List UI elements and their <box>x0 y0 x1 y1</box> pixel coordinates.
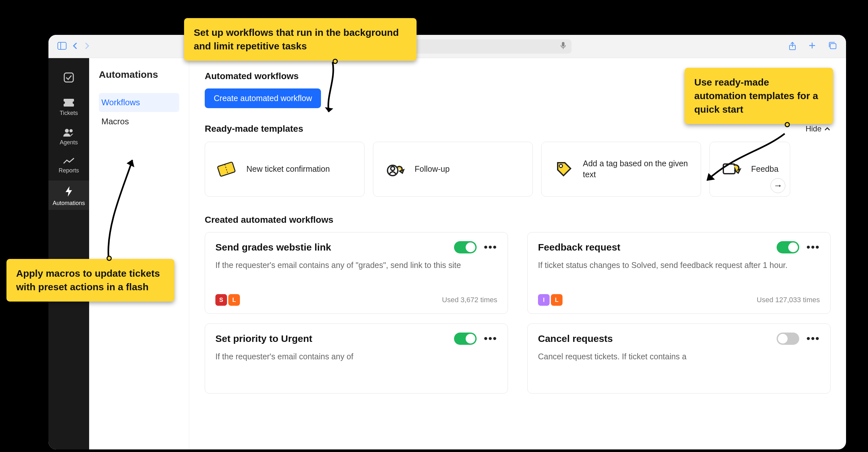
rail-item-automations[interactable]: Automations <box>49 181 89 210</box>
hide-templates-toggle[interactable]: Hide <box>806 124 831 133</box>
tag-icon <box>551 158 575 181</box>
forward-icon[interactable] <box>84 42 90 51</box>
callout-macros: Apply macros to update tickets with pres… <box>6 259 175 301</box>
workflow-avatars: S L <box>215 294 240 306</box>
svg-point-15 <box>391 167 395 170</box>
back-icon[interactable] <box>72 42 78 51</box>
svg-rect-2 <box>562 42 564 46</box>
template-follow-up[interactable]: Follow-up <box>373 142 533 197</box>
workflow-more-icon[interactable]: ••• <box>484 332 497 345</box>
callout-arrow <box>103 151 168 260</box>
workflow-toggle[interactable] <box>454 332 476 345</box>
workflow-desc: If the requester's email contains any of… <box>215 259 497 282</box>
avatar: L <box>228 294 240 306</box>
callout-templates: Use ready-made automation templates for … <box>685 68 833 124</box>
rail-item-inbox[interactable] <box>49 66 89 90</box>
nav-rail: Tickets Agents Reports Automations <box>49 58 89 449</box>
workflow-card[interactable]: Cancel requests ••• Cancel request ticke… <box>527 323 831 393</box>
workflow-desc: If the requester's email contains any of <box>215 351 497 373</box>
callout-workflows: Set up workflows that run in the backgro… <box>184 18 416 61</box>
workflow-toggle[interactable] <box>454 241 476 253</box>
sidebar-toggle-icon[interactable] <box>58 42 66 51</box>
workflow-card[interactable]: Feedback request ••• If ticket status ch… <box>527 232 831 314</box>
svg-rect-8 <box>64 73 73 82</box>
workflow-more-icon[interactable]: ••• <box>806 241 820 253</box>
svg-point-16 <box>559 164 562 167</box>
rail-item-reports[interactable]: Reports <box>49 152 89 177</box>
workflow-title: Send grades webstie link <box>215 242 331 253</box>
workflow-title: Feedback request <box>538 242 620 253</box>
callout-arrow <box>323 60 362 118</box>
svg-rect-7 <box>830 43 836 49</box>
workflow-card[interactable]: Set priority to Urgent ••• If the reques… <box>205 323 508 393</box>
workflow-card[interactable]: Send grades webstie link ••• If the requ… <box>205 232 508 314</box>
workflow-toggle[interactable] <box>777 241 799 253</box>
tabs-icon[interactable] <box>828 41 837 52</box>
heading-created-workflows: Created automated workflows <box>205 215 831 225</box>
workflow-toggle[interactable] <box>777 332 799 345</box>
avatar: S <box>215 294 227 306</box>
share-icon[interactable] <box>788 41 796 52</box>
template-new-ticket-confirmation[interactable]: New ticket confirmation <box>205 142 365 197</box>
workflows-grid: Send grades webstie link ••• If the requ… <box>205 232 831 393</box>
workflow-avatars: I L <box>538 294 562 306</box>
subnav-title: Automations <box>99 69 179 80</box>
avatar: L <box>551 294 562 306</box>
workflow-desc: If ticket status changes to Solved, send… <box>538 259 820 282</box>
rail-item-tickets[interactable]: Tickets <box>49 93 89 120</box>
subnav-item-workflows[interactable]: Workflows <box>99 93 179 112</box>
template-add-tag[interactable]: Add a tag based on the given text <box>541 142 701 197</box>
svg-marker-11 <box>66 186 72 197</box>
mic-icon[interactable] <box>560 41 566 52</box>
svg-marker-18 <box>325 107 333 112</box>
create-workflow-button[interactable]: Create automated workflow <box>205 89 321 108</box>
workflow-title: Set priority to Urgent <box>215 333 312 344</box>
heading-templates: Ready-made templates <box>205 124 303 134</box>
workflow-usage: Used 3,672 times <box>442 296 497 304</box>
browser-chrome: .helpdesk.com <box>49 35 846 58</box>
workflow-more-icon[interactable]: ••• <box>806 332 820 345</box>
workflow-title: Cancel requests <box>538 333 613 344</box>
workflow-desc: Cancel request tickets. If ticket contai… <box>538 351 820 373</box>
chevron-up-icon <box>824 127 831 131</box>
svg-point-9 <box>65 129 69 133</box>
callout-arrow <box>698 132 795 196</box>
rail-item-agents[interactable]: Agents <box>49 123 89 149</box>
workflow-more-icon[interactable]: ••• <box>484 241 497 253</box>
tickets-icon <box>215 158 238 181</box>
followup-icon <box>383 158 406 181</box>
avatar: I <box>538 294 550 306</box>
svg-point-10 <box>69 129 73 132</box>
svg-rect-0 <box>58 42 66 50</box>
new-tab-icon[interactable] <box>808 41 816 52</box>
subnav-item-macros[interactable]: Macros <box>99 112 179 131</box>
workflow-usage: Used 127,033 times <box>756 296 820 304</box>
